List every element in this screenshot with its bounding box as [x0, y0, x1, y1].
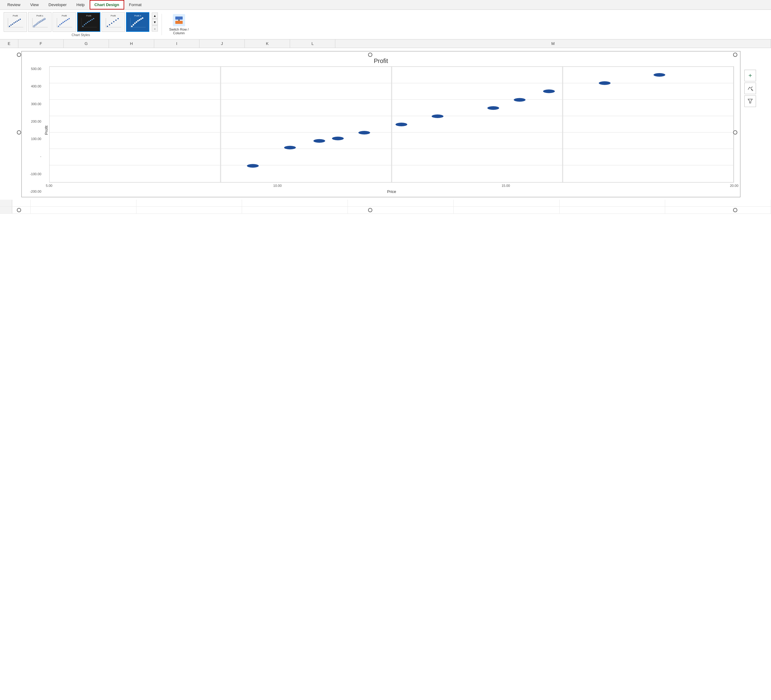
- chart-svg: [50, 67, 734, 182]
- cell[interactable]: [12, 200, 31, 206]
- svg-point-56: [113, 21, 114, 22]
- cell[interactable]: [454, 207, 560, 213]
- spreadsheet-rows: [0, 200, 771, 214]
- cell[interactable]: [348, 200, 454, 206]
- chart-style-button[interactable]: [744, 83, 756, 94]
- chart-title: Profit: [25, 54, 737, 67]
- chart-filter-button[interactable]: [744, 96, 756, 107]
- svg-point-93: [395, 123, 407, 126]
- cell[interactable]: [12, 207, 31, 213]
- col-header-I[interactable]: I: [154, 39, 200, 48]
- chart-float-buttons: +: [744, 70, 756, 107]
- col-header-M[interactable]: M: [335, 39, 771, 48]
- switch-row-col-button[interactable]: Switch Row / Column: [166, 11, 192, 37]
- svg-point-68: [139, 19, 140, 21]
- svg-point-41: [82, 26, 83, 27]
- svg-point-90: [313, 139, 325, 143]
- cell[interactable]: [242, 200, 348, 206]
- x-axis-title: Price: [49, 189, 734, 194]
- svg-point-45: [88, 21, 89, 22]
- x-tick-15: 15.00: [479, 184, 533, 187]
- svg-point-97: [543, 89, 555, 93]
- column-headers: E F G H I J K L M: [0, 39, 771, 48]
- svg-point-66: [136, 21, 137, 23]
- svg-point-96: [514, 98, 525, 102]
- cell[interactable]: [560, 207, 665, 213]
- svg-text:Profit: Profit: [86, 15, 91, 17]
- col-header-J[interactable]: J: [200, 39, 245, 48]
- y-tick-300: 300.00: [31, 102, 41, 106]
- cell[interactable]: [137, 207, 242, 213]
- svg-point-88: [247, 164, 259, 167]
- svg-text:Profit #: Profit #: [134, 15, 141, 17]
- svg-point-58: [117, 18, 119, 19]
- col-header-E[interactable]: E: [0, 39, 18, 48]
- y-tick-100: 100.00: [31, 137, 41, 141]
- ribbon-separator: [161, 14, 162, 35]
- svg-point-53: [107, 26, 108, 27]
- col-header-F[interactable]: F: [18, 39, 63, 48]
- tab-help[interactable]: Help: [72, 0, 89, 10]
- add-chart-element-button[interactable]: +: [744, 70, 756, 81]
- svg-point-7: [13, 22, 15, 24]
- y-tick-0: -: [40, 154, 41, 158]
- svg-point-42: [84, 24, 85, 25]
- tab-review[interactable]: Review: [2, 0, 25, 10]
- svg-point-8: [15, 21, 16, 23]
- gallery-scroll-more[interactable]: ⬦: [152, 25, 158, 31]
- svg-point-9: [16, 21, 18, 22]
- gallery-scroll-down[interactable]: ▼: [152, 19, 158, 25]
- col-header-K[interactable]: K: [245, 39, 290, 48]
- chart-style-1[interactable]: Profit: [4, 12, 27, 32]
- chart-styles-label: Chart Styles: [72, 33, 90, 37]
- svg-point-95: [487, 106, 499, 110]
- switch-row-col-icon: [173, 14, 185, 26]
- svg-point-4: [9, 26, 10, 27]
- chart-style-4[interactable]: Profit: [77, 12, 100, 32]
- svg-point-69: [140, 18, 142, 20]
- gallery-scroll: ▲ ▼ ⬦: [152, 13, 158, 31]
- tab-developer[interactable]: Developer: [44, 0, 72, 10]
- svg-point-101: [751, 89, 752, 90]
- chart-style-3[interactable]: Profit: [53, 12, 76, 32]
- col-header-H[interactable]: H: [109, 39, 154, 48]
- chart-plot-area: 5.00 10.00 15.00 20.00 Price: [49, 67, 734, 194]
- svg-point-48: [93, 18, 94, 19]
- col-header-G[interactable]: G: [63, 39, 109, 48]
- svg-point-65: [134, 23, 136, 24]
- svg-text:Profit: Profit: [111, 15, 115, 17]
- cell[interactable]: [348, 207, 454, 213]
- svg-point-10: [18, 19, 19, 21]
- cell[interactable]: [454, 200, 560, 206]
- cell[interactable]: [560, 200, 665, 206]
- svg-point-5: [10, 24, 11, 26]
- svg-point-32: [64, 21, 65, 22]
- chart-outer-box[interactable]: Profit 500.00 400.00 300.00 200.00 100.0…: [21, 51, 740, 197]
- svg-point-47: [91, 19, 93, 20]
- svg-point-91: [332, 137, 343, 140]
- cell[interactable]: [665, 207, 771, 213]
- chart-style-6[interactable]: Profit #: [126, 12, 149, 32]
- cell[interactable]: [31, 200, 137, 206]
- chart-styles-gallery: Profit: [4, 12, 158, 32]
- tab-chart-design[interactable]: Chart Design: [89, 0, 124, 10]
- y-tick-400: 400.00: [31, 84, 41, 88]
- x-tick-10: 10.00: [250, 184, 304, 187]
- svg-point-63: [131, 26, 133, 27]
- chart-selection-container: Profit 500.00 400.00 300.00 200.00 100.0…: [0, 51, 771, 214]
- svg-text:Profit: Profit: [13, 15, 18, 17]
- cell[interactable]: [31, 207, 137, 213]
- col-header-L[interactable]: L: [290, 39, 335, 48]
- cell[interactable]: [665, 200, 771, 206]
- tab-view[interactable]: View: [25, 0, 44, 10]
- svg-point-57: [115, 19, 117, 21]
- svg-point-43: [85, 23, 86, 24]
- chart-style-2[interactable]: Profit s: [28, 12, 51, 32]
- svg-point-55: [111, 23, 112, 24]
- gallery-scroll-up[interactable]: ▲: [152, 13, 158, 19]
- chart-style-5[interactable]: Profit: [102, 12, 125, 32]
- row-num: [0, 200, 12, 206]
- tab-format[interactable]: Format: [124, 0, 146, 10]
- cell[interactable]: [242, 207, 348, 213]
- cell[interactable]: [137, 200, 242, 206]
